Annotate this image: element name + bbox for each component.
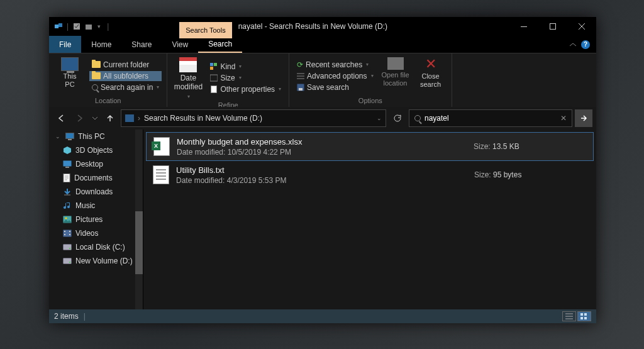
sidebar-item-label: Videos (75, 229, 98, 238)
close-button[interactable] (567, 17, 596, 36)
file-explorer-window: | ▾ | Search Tools nayatel - Search Resu… (49, 17, 596, 323)
date-modified-button[interactable]: Date modified ▾ (172, 56, 204, 100)
result-item[interactable]: Monthly budget and expenses.xlsxDate mod… (146, 132, 594, 161)
navigation-pane: ⌄ This PC 3D ObjectsDesktopDocumentsDown… (49, 130, 143, 309)
file-info: Utility Bills.txtDate modified: 4/3/2019… (176, 165, 468, 185)
help-icon[interactable]: ? (581, 40, 590, 49)
history-dropdown[interactable] (91, 110, 99, 126)
search-icon (414, 115, 421, 121)
kind-label: Kind (220, 62, 235, 71)
svg-rect-10 (211, 86, 217, 92)
address-dropdown[interactable]: ⌄ (377, 115, 382, 121)
sidebar-item-local-disk-c-[interactable]: Local Disk (C:) (49, 240, 143, 254)
sidebar-scrollbar[interactable] (135, 130, 143, 309)
large-icons-view-button[interactable] (577, 311, 591, 321)
search-box[interactable]: ✕ (409, 109, 572, 127)
list-icon (297, 73, 304, 79)
save-search-button[interactable]: Save search (294, 82, 375, 92)
current-folder-button[interactable]: Current folder (89, 60, 162, 70)
all-subfolders-button[interactable]: All subfolders (89, 71, 162, 81)
svg-rect-14 (68, 139, 72, 140)
up-button[interactable] (102, 110, 118, 126)
tab-file[interactable]: File (49, 36, 81, 53)
scrollbar-thumb[interactable] (135, 211, 143, 274)
contextual-tab-area: Search Tools (179, 17, 231, 36)
this-pc-label: This PC (64, 72, 77, 89)
calendar-icon (179, 57, 197, 72)
svg-rect-3 (86, 25, 92, 30)
address-path: Search Results in New Volume (D:) (144, 114, 262, 123)
sidebar-item-documents[interactable]: Documents (49, 171, 143, 185)
disk-icon (63, 243, 72, 251)
tab-search[interactable]: Search (198, 36, 242, 53)
kind-button[interactable]: Kind▾ (208, 62, 284, 72)
status-bar: 2 items | (49, 309, 596, 323)
save-icon (297, 84, 304, 91)
search-go-button[interactable] (575, 109, 592, 127)
advanced-options-button[interactable]: Advanced options▾ (294, 71, 375, 81)
svg-rect-22 (64, 234, 65, 235)
item-count: 2 items (54, 312, 79, 321)
svg-rect-21 (64, 231, 65, 232)
size-button[interactable]: Size▾ (208, 73, 284, 83)
qat-dropdown[interactable]: ▾ (97, 23, 101, 30)
sidebar-item-3d-objects[interactable]: 3D Objects (49, 143, 143, 157)
recent-searches-button[interactable]: ⟳Recent searches▾ (294, 60, 375, 70)
desktop-icon (63, 160, 72, 168)
ribbon-group-location: This PC Current folder All subfolders Se… (49, 53, 167, 107)
navigation-toolbar: › Search Results in New Volume (D:) ⌄ ✕ (49, 107, 596, 130)
chevron-down-icon: ▾ (239, 75, 242, 80)
video-icon (63, 230, 72, 237)
properties-icon[interactable] (72, 22, 81, 31)
file-modified: Date modified: 4/3/2019 5:53 PM (176, 176, 468, 185)
save-search-label: Save search (307, 83, 349, 92)
sidebar-item-label: Pictures (75, 215, 103, 224)
collapse-ribbon-button[interactable] (570, 43, 576, 47)
sidebar-item-label: Downloads (75, 187, 113, 196)
back-button[interactable] (53, 110, 69, 126)
sidebar-item-pictures[interactable]: Pictures (49, 213, 143, 226)
close-search-button[interactable]: ✕ Close search (415, 56, 447, 96)
result-item[interactable]: Utility Bills.txtDate modified: 4/3/2019… (146, 161, 594, 189)
sidebar-item-this-pc[interactable]: ⌄ This PC (49, 130, 143, 143)
search-again-button[interactable]: Search again in▾ (89, 82, 162, 92)
tab-view[interactable]: View (162, 36, 198, 53)
chevron-down-icon: ▾ (366, 62, 369, 67)
folder-icon (92, 61, 101, 68)
sidebar-item-label: Music (75, 201, 95, 210)
sidebar-item-new-volume-d-[interactable]: New Volume (D:) (49, 254, 143, 268)
svg-rect-5 (550, 24, 556, 30)
sidebar-item-music[interactable]: Music (49, 199, 143, 213)
chevron-right-icon: › (138, 114, 140, 123)
window-controls (509, 17, 596, 36)
search-input[interactable] (425, 114, 557, 123)
other-properties-button[interactable]: Other properties▾ (208, 84, 284, 94)
tab-share[interactable]: Share (121, 36, 162, 53)
sidebar-item-downloads[interactable]: Downloads (49, 185, 143, 199)
recent-searches-label: Recent searches (306, 60, 362, 69)
search-tools-context-label: Search Tools (179, 22, 231, 38)
group-label-options: Options (358, 96, 382, 106)
refresh-button[interactable] (389, 109, 406, 127)
sidebar-item-label: New Volume (D:) (75, 257, 133, 265)
details-view-button[interactable] (562, 311, 576, 321)
new-folder-icon[interactable] (85, 22, 94, 31)
minimize-button[interactable] (509, 17, 538, 36)
open-file-location-button[interactable]: Open file location (380, 56, 411, 96)
sidebar-item-label: Local Disk (C:) (75, 243, 125, 252)
tab-home[interactable]: Home (81, 36, 121, 53)
forward-button[interactable] (72, 110, 88, 126)
maximize-button[interactable] (538, 17, 567, 36)
close-x-icon: ✕ (425, 57, 436, 71)
music-icon (63, 201, 72, 210)
svg-point-28 (69, 262, 70, 263)
separator: | (67, 22, 69, 31)
this-pc-button[interactable]: This PC (54, 56, 86, 96)
recent-icon: ⟳ (297, 60, 303, 69)
address-bar[interactable]: › Search Results in New Volume (D:) ⌄ (121, 109, 386, 127)
clear-search-button[interactable]: ✕ (560, 114, 567, 123)
sidebar-item-desktop[interactable]: Desktop (49, 157, 143, 171)
size-label: Size (220, 74, 235, 82)
sidebar-item-videos[interactable]: Videos (49, 226, 143, 240)
svg-point-19 (65, 218, 67, 219)
